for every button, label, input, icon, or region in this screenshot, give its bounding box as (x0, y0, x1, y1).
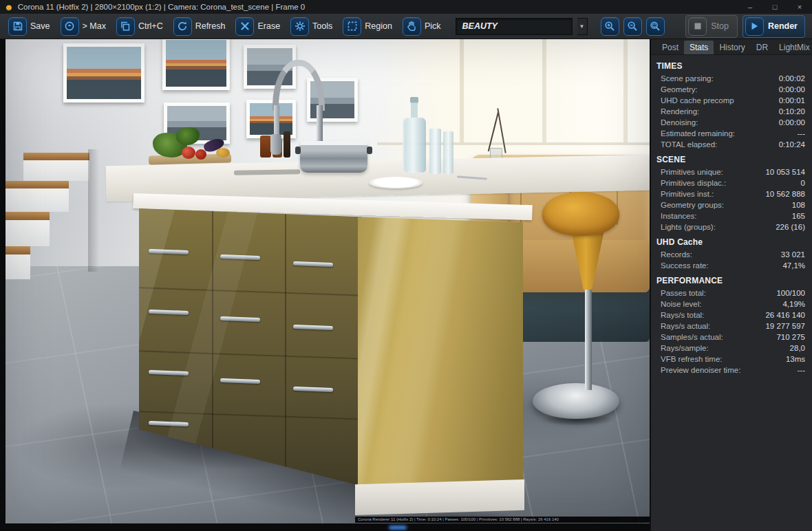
copy-icon (116, 17, 135, 36)
stat-value: --- (798, 366, 806, 374)
save-button[interactable]: Save (6, 17, 53, 36)
render-button[interactable]: Render (742, 15, 805, 38)
stop-button[interactable]: Stop (685, 15, 738, 38)
panel-tab-bar: PostStatsHistoryDRLightMix (651, 39, 812, 55)
stat-value: 226 (16) (776, 223, 805, 231)
stat-row: Primitives displac.:0 (651, 177, 812, 188)
stat-value: 13ms (786, 355, 805, 363)
toolbar: Save> MaxCtrl+CRefreshEraseToolsRegionPi… (0, 14, 812, 39)
zoom-button-group (601, 17, 665, 36)
stat-value: --- (798, 129, 806, 138)
render-element-caret[interactable]: ▼ (577, 18, 588, 35)
stat-value: 33 021 (781, 250, 805, 259)
window-mullion (623, 39, 628, 142)
stat-label: VFB refresh time: (661, 355, 722, 363)
stat-label: TOTAL elapsed: (661, 140, 717, 149)
refresh-button[interactable]: Refresh (171, 17, 228, 36)
stop-button-label: Stop (711, 21, 729, 31)
stat-label: Passes total: (661, 289, 706, 297)
toolbar-button-label: Erase (257, 21, 280, 31)
stat-label: Primitives inst.: (661, 190, 714, 198)
taskbar-app-indicator[interactable] (389, 525, 407, 530)
stat-label: Records: (661, 250, 692, 259)
stat-label: Scene parsing: (661, 74, 714, 83)
title-bar: ☻ Corona 11 (Hotfix 2) | 2800×2100px (1:… (0, 0, 812, 14)
stat-value: 100/100 (776, 289, 805, 297)
maximize-button[interactable]: □ (762, 0, 787, 14)
stat-value: 10 562 888 (765, 190, 805, 198)
water-bottle (403, 118, 426, 173)
stool-pole (585, 287, 592, 390)
render-stamp: Corona Renderer 11 (Hotfix 2) | Time: 0:… (355, 517, 650, 523)
stat-row: Rendering:0:10:20 (651, 106, 812, 117)
zoom-out-button[interactable] (623, 17, 642, 36)
stat-value: 0:00:00 (779, 118, 805, 127)
stats-section-title: PERFORMANCE (651, 271, 812, 288)
minimize-button[interactable]: – (738, 0, 762, 14)
stat-row: Success rate:47,1% (651, 260, 812, 271)
refresh-icon (173, 17, 192, 36)
stat-label: Primitives displac.: (661, 179, 726, 187)
stair-tread (6, 181, 69, 188)
erase-icon (235, 17, 254, 36)
tools-button[interactable]: Tools (288, 17, 335, 36)
stat-row: Passes total:100/100 (651, 288, 812, 299)
stat-value: 28,0 (790, 344, 805, 352)
stat-row: Primitives unique:10 053 514 (651, 166, 812, 177)
toolbar-button-label: Tools (312, 21, 332, 31)
stat-row: Estimated remaining:--- (651, 128, 812, 139)
stat-row: Scene parsing:0:00:02 (651, 73, 812, 84)
island-plinth (355, 479, 524, 515)
close-button[interactable]: × (787, 0, 812, 14)
region-icon (343, 17, 361, 36)
stair-riser (23, 160, 89, 181)
stat-value: 108 (792, 201, 805, 209)
copy-button[interactable]: Ctrl+C (114, 17, 166, 36)
stat-label: Rendering: (661, 107, 699, 116)
veg-squash (216, 148, 230, 158)
wall-art-photo (166, 40, 226, 87)
stat-row: Primitives inst.:10 562 888 (651, 188, 812, 199)
tab-post[interactable]: Post (656, 41, 684, 54)
tab-lightmix[interactable]: LightMix (773, 41, 812, 54)
render-button-label: Render (768, 21, 798, 31)
stats-section-title: TIMES (651, 56, 812, 73)
stat-row: Denoising:0:00:00 (651, 117, 812, 128)
toolbar-button-label: Refresh (195, 21, 226, 31)
pick-button[interactable]: Pick (400, 17, 444, 36)
stat-value: 0 (801, 179, 805, 187)
stat-label: Primitives unique: (661, 168, 723, 176)
tab-stats[interactable]: Stats (684, 41, 714, 54)
window-mullion (460, 39, 464, 142)
stat-row: UHD cache precomp0:00:01 (651, 95, 812, 106)
stat-value: 19 277 597 (765, 322, 805, 330)
stat-row: Rays/s actual:19 277 597 (651, 321, 812, 332)
toolbar-button-group: Save> MaxCtrl+CRefreshEraseToolsRegionPi… (6, 17, 444, 36)
erase-button[interactable]: Erase (233, 17, 283, 36)
tab-history[interactable]: History (714, 41, 750, 54)
render-element-select[interactable]: BEAUTY (456, 18, 573, 35)
region-button[interactable]: Region (340, 17, 395, 36)
tab-dr[interactable]: DR (751, 41, 773, 54)
pick-icon (403, 17, 421, 36)
zoom-in-icon (601, 17, 619, 36)
render-play-icon (745, 17, 764, 36)
stat-row: Records:33 021 (651, 249, 812, 260)
stat-value: 710 275 (776, 333, 805, 341)
stat-value: 165 (792, 212, 805, 220)
zoom-reset-button[interactable] (646, 17, 665, 36)
render-viewport[interactable]: Corona Renderer 11 (Hotfix 2) | Time: 0:… (6, 39, 650, 523)
stair-tread (23, 153, 89, 160)
oil-bottle (284, 131, 290, 158)
zoom-reset-icon (646, 17, 665, 36)
stat-label: Noise level: (661, 300, 701, 308)
save-icon (8, 17, 27, 36)
toolbar-button-label: Region (365, 21, 392, 31)
stat-label: Geometry: (661, 85, 698, 94)
stats-panel: TIMESScene parsing:0:00:02Geometry:0:00:… (651, 55, 812, 376)
stat-label: Lights (groups): (661, 223, 716, 231)
toolbar-button-label: Save (30, 21, 50, 31)
pot-handle (367, 147, 372, 154)
max-button[interactable]: > Max (58, 17, 109, 36)
zoom-in-button[interactable] (601, 17, 619, 36)
